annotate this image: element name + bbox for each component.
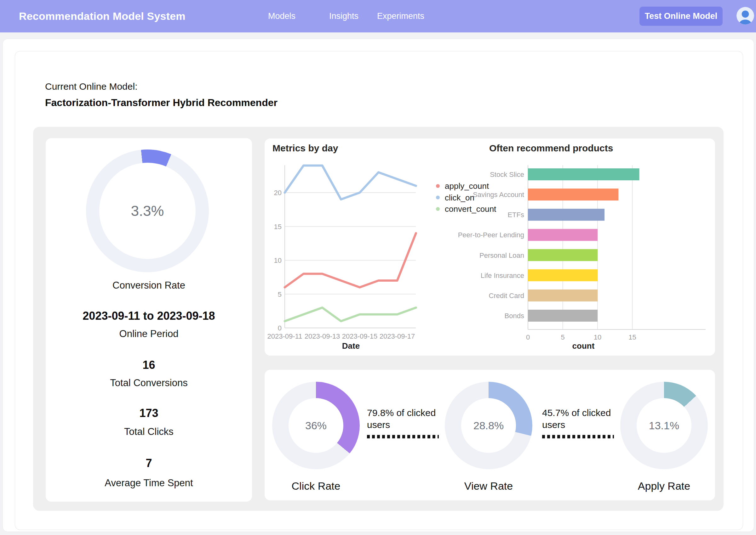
average-time-spent-value: 7 [46,457,252,470]
nav-link-models[interactable]: Models [268,0,295,32]
test-online-model-button[interactable]: Test Online Model [639,7,723,26]
bar-Savings Account [528,188,618,201]
click-rate-label: Click Rate [272,480,360,492]
dotted-connector-line-1 [367,435,439,438]
legend-label-convert_count: convert_count [445,204,497,214]
bar-category-label: Peer-to-Peer Lending [458,231,524,239]
bar-category-label: Bonds [505,312,524,320]
navbar: Recommendation Model System Models Insig… [0,0,756,32]
user-avatar[interactable] [737,7,754,25]
bar-chart-xtick: 15 [628,333,636,341]
bar-chart-xtick: 10 [594,333,601,341]
conversion-rate-label: Conversion Rate [46,280,252,291]
conversion-rate-gauge-hole: 3.3% [99,163,196,259]
bar-Stock Slice [528,168,639,180]
line-chart-xtick: 2023-09-11 [267,332,302,340]
app-title: Recommendation Model System [19,0,186,32]
line-chart-xlabel: Date [342,341,360,351]
nav-link-insights[interactable]: Insights [329,0,358,32]
legend-dot-click_on [436,196,440,200]
bar-chart-xtick: 5 [561,333,564,341]
user-avatar-icon [737,7,754,25]
bar-ETFs [528,209,604,221]
apply-rate-label: Apply Rate [620,480,708,492]
view-rate-label: View Rate [445,480,532,492]
bar-category-label: Stock Slice [490,171,524,179]
bar-Bonds [528,310,597,322]
bar-category-label: Personal Loan [479,251,524,259]
line-chart-ytick: 0 [278,324,282,332]
clicked-users-connector-2: 45.7% of clicked users [542,407,621,431]
line-chart-xtick: 2023-09-15 [342,332,378,340]
current-model-name: Factorization-Transformer Hybrid Recomme… [45,97,278,109]
conversion-rate-gauge: 3.3% [86,150,209,272]
view-rate-value: 28.8% [473,419,504,432]
legend-dot-convert_count [436,207,440,211]
apply-rate-donut-hole: 13.1% [637,398,691,453]
line-chart-xtick: 2023-09-17 [379,332,415,340]
bar-Life Insurance [528,269,597,281]
online-period-value: 2023-09-11 to 2023-09-18 [46,309,252,323]
charts-card: Metrics by day Often recommend products … [265,138,715,355]
apply-rate-donut: 13.1% [620,382,708,469]
total-clicks-label: Total Clicks [46,426,252,437]
nav-link-experiments[interactable]: Experiments [377,0,424,32]
clicked-users-connector-1: 79.8% of clicked users [367,407,446,431]
average-time-spent-label: Average Time Spent [46,477,252,489]
click-rate-donut-hole: 36% [288,398,343,453]
line-chart-ytick: 10 [274,257,282,264]
line-series-convert_count [285,308,416,321]
bar-category-label: Life Insurance [481,271,524,279]
online-period-label: Online Period [46,328,252,340]
bar-Credit Card [528,290,597,301]
conversion-rate-value: 3.3% [131,202,164,219]
legend-label-click_on: click_on [445,193,474,202]
current-model-label: Current Online Model: [45,81,137,92]
bar-category-label: Savings Account [473,191,524,199]
view-rate-donut-hole: 28.8% [461,398,516,453]
bar-category-label: Credit Card [489,292,524,299]
view-rate-donut: 28.8% [445,382,532,469]
rates-card: 36% 28.8% 13.1% Click Rate View Rate App… [265,370,715,500]
line-series-click_on [285,165,416,200]
click-rate-donut: 36% [272,382,360,469]
legend-label-apply_count: apply_count [445,181,489,191]
apply-rate-value: 13.1% [649,419,679,432]
summary-card: 3.3% Conversion Rate 2023-09-11 to 2023-… [46,138,252,502]
bar-category-label: ETFs [507,211,524,219]
line-chart-ytick: 20 [274,189,282,197]
click-rate-value: 36% [305,419,327,432]
line-chart-xtick: 2023-09-13 [305,332,340,340]
line-chart-ytick: 15 [274,223,282,231]
bar-Peer-to-Peer Lending [528,229,597,241]
bar-chart-xtick: 0 [526,333,530,341]
total-conversions-label: Total Conversions [46,377,252,389]
bar-Personal Loan [528,249,597,261]
total-clicks-value: 173 [46,407,252,420]
bar-chart-xlabel: count [572,341,595,351]
dotted-connector-line-2 [542,435,614,438]
charts-canvas: 051015202023-09-112023-09-132023-09-1520… [265,138,715,355]
total-conversions-value: 16 [46,358,252,372]
legend-dot-apply_count [436,184,440,188]
line-chart-ytick: 5 [278,291,282,298]
